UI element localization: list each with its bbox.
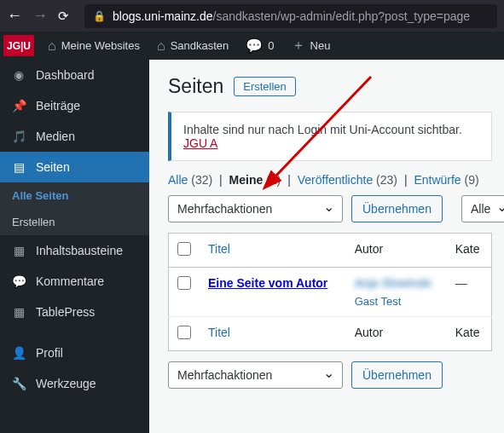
sidebar-label: Kommentare	[36, 274, 104, 288]
bulk-action-select-bottom[interactable]: Mehrfachaktionen	[168, 361, 343, 389]
forward-icon[interactable]: →	[32, 7, 48, 25]
sidebar-tools[interactable]: 🔧Werkzeuge	[0, 368, 149, 399]
col-author: Autor	[346, 317, 447, 351]
comments-link[interactable]: 💬0	[237, 32, 282, 60]
wrench-icon: 🔧	[10, 377, 27, 390]
sidebar-label: Inhaltsbausteine	[36, 244, 123, 257]
home-icon: ⌂	[48, 38, 56, 54]
sidebar-dashboard[interactable]: ◉Dashboard	[0, 60, 149, 90]
filter-all[interactable]: Alle (32)	[168, 173, 212, 187]
row-title-link[interactable]: Eine Seite vom Autor	[208, 276, 327, 290]
col-title[interactable]: Titel	[200, 234, 346, 268]
sidebar-label: Beiträge	[36, 99, 80, 113]
pages-table: Titel Autor Kate Eine Seite vom Autor An…	[168, 233, 492, 351]
home-icon: ⌂	[157, 38, 165, 54]
plus-icon: ＋	[292, 37, 305, 55]
col-categories: Kate	[447, 317, 492, 351]
lock-icon: 🔒	[93, 10, 106, 22]
site-name[interactable]: ⌂Sandkasten	[148, 32, 237, 60]
filter-links: Alle (32) | Meine (1) | Veröffentlichte …	[168, 173, 492, 187]
select-all-checkbox[interactable]	[177, 242, 191, 256]
sidebar-sub-create[interactable]: Erstellen	[0, 209, 149, 235]
dashboard-icon: ◉	[10, 68, 27, 82]
new-label: Neu	[310, 39, 331, 52]
row-author[interactable]: Anja Slowinski	[355, 276, 438, 290]
pin-icon: 📌	[10, 99, 27, 113]
site-name-label: Sandkasten	[171, 39, 229, 52]
media-icon: 🎵	[10, 130, 27, 143]
page-title: Seiten	[168, 75, 223, 98]
col-author: Autor	[346, 234, 447, 268]
comment-icon: 💬	[246, 38, 263, 54]
blocks-icon: ▦	[10, 244, 27, 257]
new-content[interactable]: ＋Neu	[283, 32, 339, 60]
table-icon: ▦	[10, 305, 27, 319]
row-categories: —	[447, 268, 492, 317]
filter-published[interactable]: Veröffentlichte (23)	[298, 173, 397, 187]
my-sites-label: Meine Websites	[61, 39, 140, 52]
notice-link[interactable]: JGU A	[183, 136, 217, 150]
date-filter-select[interactable]: Alle	[461, 195, 504, 222]
col-title[interactable]: Titel	[200, 317, 346, 351]
select-all-checkbox-bottom[interactable]	[177, 326, 191, 339]
my-sites[interactable]: ⌂Meine Websites	[39, 32, 148, 60]
page-icon: ▤	[10, 160, 27, 174]
create-button[interactable]: Erstellen	[234, 77, 296, 96]
comments-count: 0	[268, 39, 274, 52]
sidebar-profile[interactable]: 👤Profil	[0, 338, 149, 368]
sidebar-blocks[interactable]: ▦Inhaltsbausteine	[0, 235, 149, 266]
sidebar-label: Medien	[36, 130, 75, 143]
row-author-sub[interactable]: Gast Test	[355, 290, 438, 308]
sidebar-label: Werkzeuge	[36, 377, 96, 390]
row-checkbox[interactable]	[177, 276, 191, 290]
reload-icon[interactable]: ⟳	[58, 9, 69, 24]
url-bar[interactable]: 🔒 blogs.uni-mainz.de/sandkasten/wp-admin…	[84, 4, 497, 28]
comment-icon: 💬	[10, 274, 27, 288]
back-icon[interactable]: ←	[7, 7, 22, 25]
sidebar-pages[interactable]: ▤Seiten	[0, 152, 149, 182]
login-notice: Inhalte sind nur nach Login mit Uni-Acco…	[168, 112, 492, 161]
apply-button[interactable]: Übernehmen	[351, 195, 443, 222]
table-row: Eine Seite vom Autor Anja Slowinski Gast…	[169, 268, 492, 317]
sidebar-tablepress[interactable]: ▦TablePress	[0, 297, 149, 327]
apply-button-bottom[interactable]: Übernehmen	[351, 361, 443, 389]
notice-text: Inhalte sind nur nach Login mit Uni-Acco…	[183, 123, 462, 136]
sidebar-label: Profil	[36, 346, 63, 360]
sidebar-media[interactable]: 🎵Medien	[0, 121, 149, 152]
jgu-badge[interactable]: JG|U	[3, 35, 34, 56]
sidebar-label: Seiten	[36, 160, 70, 174]
sidebar-sub-all-pages[interactable]: Alle Seiten	[0, 182, 149, 209]
sidebar-label: TablePress	[36, 305, 95, 319]
user-icon: 👤	[10, 346, 27, 360]
filter-drafts[interactable]: Entwürfe (9)	[414, 173, 478, 187]
url-text: blogs.uni-mainz.de/sandkasten/wp-admin/e…	[113, 9, 470, 23]
sidebar-label: Dashboard	[36, 68, 95, 82]
admin-sidebar: ◉Dashboard 📌Beiträge 🎵Medien ▤Seiten All…	[0, 60, 149, 433]
bulk-action-select[interactable]: Mehrfachaktionen	[168, 195, 343, 222]
sidebar-posts[interactable]: 📌Beiträge	[0, 90, 149, 121]
col-categories: Kate	[447, 234, 492, 268]
sidebar-comments[interactable]: 💬Kommentare	[0, 266, 149, 297]
filter-mine[interactable]: Meine (1)	[229, 173, 281, 187]
